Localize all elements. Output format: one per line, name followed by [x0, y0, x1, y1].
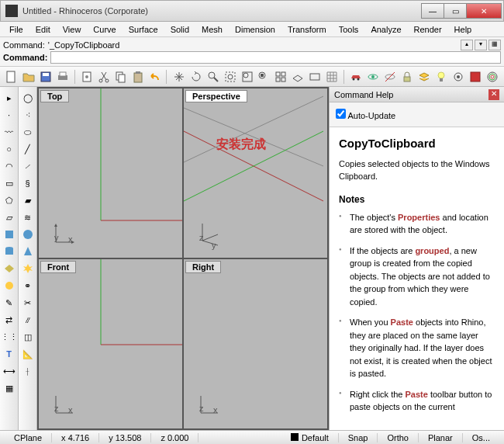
- menu-edit[interactable]: Edit: [29, 23, 57, 36]
- zoom-extents-icon[interactable]: [223, 69, 237, 85]
- document-properties-icon[interactable]: [80, 69, 95, 85]
- transform-icon[interactable]: ⇄: [2, 312, 17, 328]
- points-icon[interactable]: ⁖: [20, 107, 36, 123]
- viewport-perspective[interactable]: Perspective 安装完成 zy: [184, 88, 327, 258]
- join-icon[interactable]: ⚭: [20, 278, 36, 293]
- status-osnap[interactable]: Os...: [463, 433, 499, 442]
- new-icon[interactable]: [5, 69, 19, 85]
- helix-icon[interactable]: §: [20, 175, 36, 191]
- copy-icon[interactable]: [114, 69, 129, 85]
- lightbulb-icon[interactable]: [433, 69, 448, 85]
- viewport-right[interactable]: Right zx: [184, 259, 327, 428]
- pointer-icon[interactable]: ▸: [2, 90, 17, 106]
- analyze-icon[interactable]: 📐: [20, 346, 36, 362]
- lasso-icon[interactable]: ◯: [20, 90, 36, 106]
- set-cplane-icon[interactable]: [291, 69, 306, 85]
- hide-icon[interactable]: [383, 69, 398, 85]
- zoom-selected-icon[interactable]: [257, 69, 271, 85]
- zoom-window-icon[interactable]: [240, 69, 254, 85]
- polyline-icon[interactable]: ⟋: [20, 158, 36, 174]
- rotate-view-icon[interactable]: [188, 69, 203, 85]
- point-icon[interactable]: ·: [2, 107, 17, 123]
- named-views-icon[interactable]: [308, 69, 323, 85]
- surface-icon[interactable]: ▱: [2, 210, 17, 225]
- help-close-icon[interactable]: ✕: [488, 89, 499, 100]
- sphere-icon[interactable]: [20, 227, 36, 242]
- menu-curve[interactable]: Curve: [87, 23, 122, 36]
- print-icon[interactable]: [56, 69, 71, 85]
- status-layer[interactable]: Default: [281, 433, 339, 442]
- status-cplane[interactable]: CPlane: [5, 433, 52, 442]
- gear-icon[interactable]: [2, 278, 17, 293]
- mesh-icon[interactable]: [2, 261, 17, 276]
- options-icon[interactable]: [450, 69, 465, 85]
- menu-help[interactable]: Help: [448, 23, 478, 36]
- polygon-icon[interactable]: ⬠: [2, 193, 17, 208]
- dimension-icon[interactable]: ⟷: [2, 363, 17, 379]
- car-icon[interactable]: [349, 69, 364, 85]
- menu-mesh[interactable]: Mesh: [195, 23, 229, 36]
- cmd-history-button[interactable]: ▦: [488, 40, 501, 50]
- pan-icon[interactable]: [171, 69, 186, 85]
- status-planar[interactable]: Planar: [419, 433, 463, 442]
- surface2-icon[interactable]: ▰: [20, 193, 36, 208]
- menu-surface[interactable]: Surface: [123, 23, 164, 36]
- curve-icon[interactable]: 〰: [2, 124, 17, 140]
- viewport-front-label[interactable]: Front: [40, 261, 76, 273]
- ellipse-icon[interactable]: ⬭: [20, 124, 36, 140]
- cmd-down-button[interactable]: ▾: [475, 40, 487, 50]
- viewport-top[interactable]: Top yx: [39, 88, 182, 258]
- trim-icon[interactable]: ✂: [20, 295, 36, 310]
- viewport-perspective-label[interactable]: Perspective: [185, 90, 247, 102]
- menu-view[interactable]: View: [57, 23, 88, 36]
- paste-icon[interactable]: [131, 69, 146, 85]
- solid-icon[interactable]: [2, 227, 17, 242]
- menu-transform[interactable]: Transform: [281, 23, 333, 36]
- text-icon[interactable]: T: [2, 346, 17, 362]
- properties-icon[interactable]: [468, 69, 482, 85]
- menu-render[interactable]: Render: [408, 23, 448, 36]
- status-ortho[interactable]: Ortho: [378, 433, 419, 442]
- cmd-up-button[interactable]: ▴: [461, 40, 473, 50]
- viewport-front[interactable]: Front zx: [39, 259, 182, 428]
- cylinder-icon[interactable]: [2, 244, 17, 259]
- four-views-icon[interactable]: [274, 69, 288, 85]
- menu-solid[interactable]: Solid: [164, 23, 195, 36]
- group-icon[interactable]: ◫: [20, 329, 36, 345]
- render-icon[interactable]: [485, 69, 499, 85]
- viewport-top-label[interactable]: Top: [40, 90, 69, 102]
- menu-tools[interactable]: Tools: [333, 23, 365, 36]
- loft-icon[interactable]: ≋: [20, 210, 36, 225]
- line-icon[interactable]: ╱: [20, 141, 36, 157]
- array-icon[interactable]: ⋮⋮: [2, 329, 17, 345]
- layers-icon[interactable]: [416, 69, 431, 85]
- explode-icon[interactable]: [20, 261, 36, 276]
- minimize-button[interactable]: —: [421, 3, 444, 19]
- circle-icon[interactable]: ○: [2, 141, 17, 157]
- block-icon[interactable]: ▦: [2, 380, 17, 396]
- menu-file[interactable]: File: [3, 23, 29, 36]
- cut-icon[interactable]: [97, 69, 112, 85]
- rectangle-icon[interactable]: ▭: [2, 175, 17, 191]
- command-input[interactable]: [50, 51, 501, 64]
- viewport-right-label[interactable]: Right: [185, 261, 221, 273]
- undo-icon[interactable]: [147, 69, 162, 85]
- edit-icon[interactable]: ✎: [2, 295, 17, 310]
- arc-icon[interactable]: ◠: [2, 158, 17, 174]
- menu-dimension[interactable]: Dimension: [229, 23, 281, 36]
- visibility-icon[interactable]: [366, 69, 381, 85]
- toggle-grid-icon[interactable]: [325, 69, 340, 85]
- open-icon[interactable]: [22, 69, 36, 85]
- maximize-button[interactable]: ▭: [444, 3, 467, 19]
- menu-analyze[interactable]: Analyze: [364, 23, 407, 36]
- close-button[interactable]: ✕: [466, 3, 502, 19]
- viewports: Top yx Perspective 安装完成 zy Front: [37, 87, 329, 430]
- cone-icon[interactable]: [20, 244, 36, 259]
- split-icon[interactable]: ⫽: [20, 312, 36, 328]
- save-icon[interactable]: [39, 69, 54, 85]
- auto-update-checkbox[interactable]: Auto-Update: [336, 111, 395, 120]
- measure-icon[interactable]: ⟊: [20, 363, 36, 379]
- zoom-icon[interactable]: [205, 69, 220, 85]
- lock-icon[interactable]: [399, 69, 414, 85]
- status-snap[interactable]: Snap: [339, 433, 378, 442]
